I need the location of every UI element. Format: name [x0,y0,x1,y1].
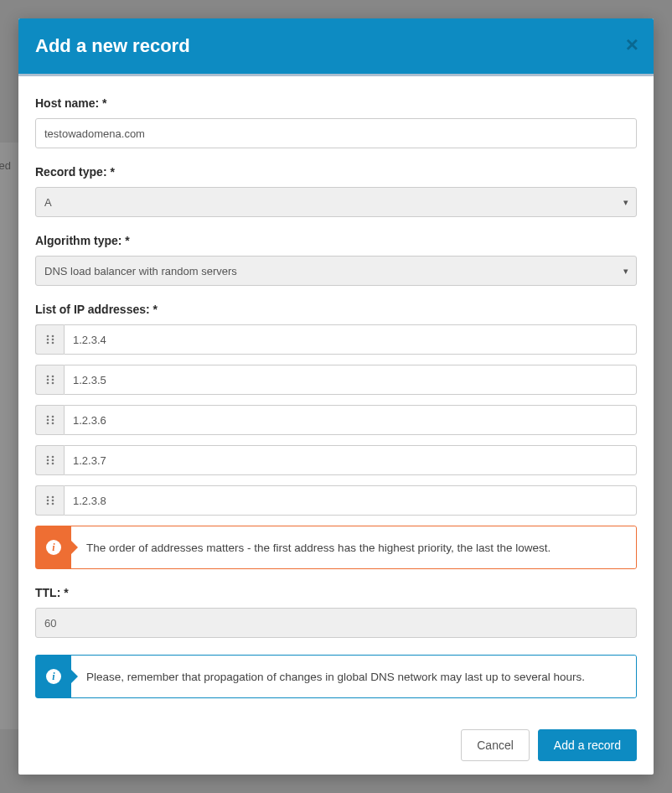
svg-point-2 [46,339,49,341]
ip-list-label: List of IP addresses: * [35,303,637,316]
svg-point-11 [51,382,54,385]
drag-handle-icon[interactable] [35,365,64,395]
algorithm-select[interactable]: DNS load balancer with random servers ▾ [35,256,637,286]
ip-input[interactable] [64,485,637,516]
svg-point-5 [51,342,54,345]
ip-row [35,445,637,475]
svg-point-8 [46,379,49,381]
svg-point-13 [51,416,54,418]
info-icon: i [36,526,71,568]
svg-point-21 [51,459,54,462]
svg-point-18 [46,456,49,459]
propagation-alert: i Please, remember that propagation of c… [35,655,637,698]
ttl-input[interactable] [35,608,637,638]
svg-point-14 [46,419,49,422]
ip-row [35,485,637,516]
svg-point-23 [51,463,54,465]
svg-point-16 [46,422,49,425]
svg-point-20 [46,459,49,462]
add-record-modal: Add a new record × Host name: * Record t… [18,18,654,775]
svg-point-1 [51,335,54,338]
ip-row [35,405,637,435]
modal-footer: Cancel Add a record [18,716,654,775]
drag-handle-icon[interactable] [35,405,64,435]
svg-point-27 [51,500,54,502]
record-type-value: A [44,196,52,209]
info-icon: i [36,656,71,697]
drag-handle-icon[interactable] [35,485,64,516]
ip-input[interactable] [64,405,637,435]
svg-point-10 [46,382,49,385]
order-alert-text: The order of addresses matters - the fir… [71,526,636,568]
chevron-down-icon: ▾ [623,266,628,277]
propagation-alert-text: Please, remember that propagation of cha… [71,656,636,697]
ip-row [35,324,637,355]
svg-point-12 [46,416,49,418]
hostname-group: Host name: * [35,96,637,148]
record-type-group: Record type: * A ▾ [35,165,637,217]
cancel-button[interactable]: Cancel [461,729,530,761]
svg-point-19 [51,456,54,459]
svg-point-22 [46,463,49,465]
ip-list-group: List of IP addresses: * i The order of a… [35,303,637,569]
modal-body: Host name: * Record type: * A ▾ Algorith… [18,76,654,716]
modal-title: Add a new record [35,35,190,57]
hostname-input[interactable] [35,118,637,148]
header-separator [18,74,654,76]
ttl-group: TTL: * [35,586,637,638]
svg-point-4 [46,342,49,345]
svg-point-15 [51,419,54,422]
svg-point-9 [51,379,54,381]
svg-point-7 [51,376,54,378]
order-alert: i The order of addresses matters - the f… [35,526,637,569]
add-record-button[interactable]: Add a record [538,729,637,761]
ip-input[interactable] [64,445,637,475]
algorithm-label: Algorithm type: * [35,234,637,247]
ip-input[interactable] [64,324,637,355]
svg-point-3 [51,339,54,341]
drag-handle-icon[interactable] [35,445,64,475]
modal-header: Add a new record × [18,18,654,74]
algorithm-group: Algorithm type: * DNS load balancer with… [35,234,637,286]
record-type-label: Record type: * [35,165,637,179]
ip-list-container [35,324,637,516]
svg-point-6 [46,376,49,378]
svg-point-28 [46,503,49,505]
ip-row [35,365,637,395]
record-type-select[interactable]: A ▾ [35,187,637,217]
svg-point-24 [46,496,49,499]
ttl-label: TTL: * [35,586,637,599]
chevron-down-icon: ▾ [623,197,628,208]
svg-point-0 [46,335,49,338]
svg-point-25 [51,496,54,499]
drag-handle-icon[interactable] [35,324,64,355]
algorithm-value: DNS load balancer with random servers [44,265,237,277]
svg-point-29 [51,503,54,505]
hostname-label: Host name: * [35,96,637,110]
svg-point-17 [51,422,54,425]
ip-input[interactable] [64,365,637,395]
close-icon[interactable]: × [626,34,638,55]
svg-point-26 [46,500,49,502]
